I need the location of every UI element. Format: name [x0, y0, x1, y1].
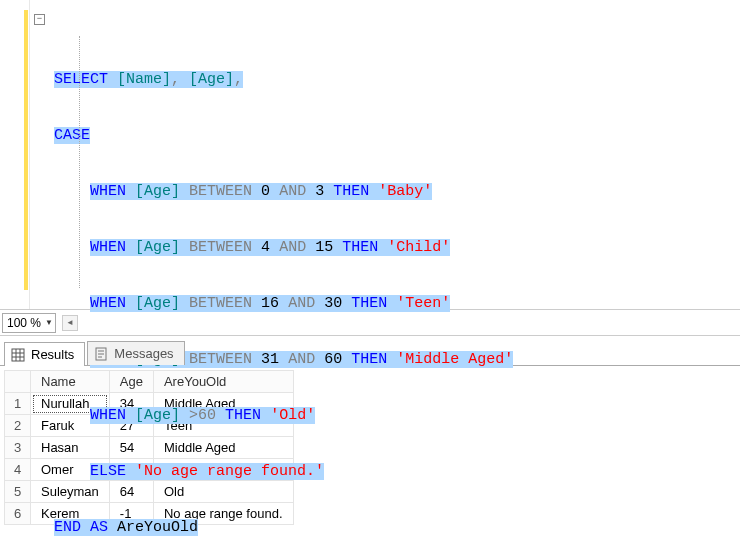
zoom-combo[interactable]: 100 % ▼: [2, 313, 56, 333]
tab-messages[interactable]: Messages: [87, 341, 184, 365]
row-number: 6: [5, 503, 31, 525]
row-number: 4: [5, 459, 31, 481]
code-area[interactable]: SELECT [Name], [Age], CASE WHEN [Age] BE…: [30, 0, 740, 309]
chevron-down-icon: ▼: [45, 318, 53, 327]
row-number: 5: [5, 481, 31, 503]
kw-as: AS: [90, 519, 108, 536]
editor-gutter: [0, 0, 30, 309]
grid-icon: [11, 348, 25, 362]
kw-end: END: [54, 519, 81, 536]
tab-messages-label: Messages: [114, 346, 173, 361]
change-marker: [24, 10, 28, 290]
zoom-value: 100 %: [7, 316, 41, 330]
sql-editor[interactable]: − SELECT [Name], [Age], CASE WHEN [Age] …: [0, 0, 740, 310]
row-number: 3: [5, 437, 31, 459]
tab-results-label: Results: [31, 347, 74, 362]
corner-cell: [5, 371, 31, 393]
kw-case: CASE: [54, 127, 90, 144]
kw-select: SELECT: [54, 71, 108, 88]
row-number: 2: [5, 415, 31, 437]
document-icon: [94, 347, 108, 361]
tab-results[interactable]: Results: [4, 342, 85, 366]
row-number: 1: [5, 393, 31, 415]
alias: AreYouOld: [117, 519, 198, 536]
indent-guide: [79, 36, 80, 288]
col-name: [Name]: [117, 71, 171, 88]
kw-else: ELSE: [90, 463, 126, 480]
svg-rect-0: [12, 349, 24, 361]
collapse-toggle[interactable]: −: [34, 14, 45, 25]
col-age: [Age]: [189, 71, 234, 88]
